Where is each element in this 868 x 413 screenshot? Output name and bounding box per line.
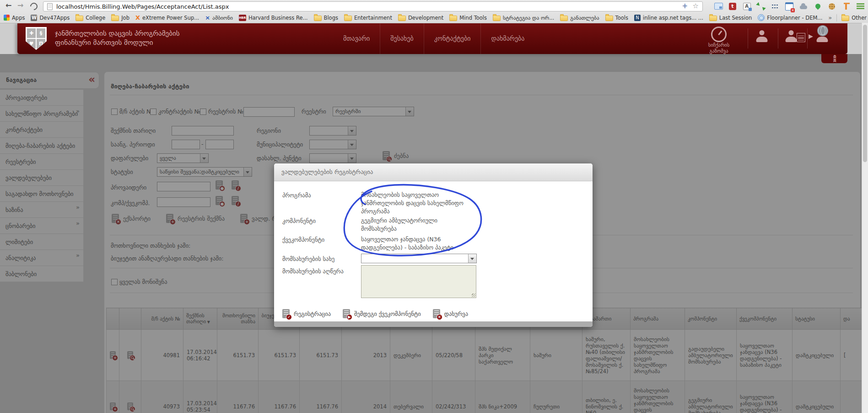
bookmark-item[interactable]: Development bbox=[398, 15, 443, 21]
component-label: კომპონენტი bbox=[282, 217, 316, 224]
bookmark-item[interactable]: WDev47Apps bbox=[31, 15, 70, 21]
dots-grid-icon bbox=[771, 4, 779, 9]
bookmark-item[interactable]: Floorplanner - DEM... bbox=[758, 14, 822, 21]
dialog-buttons: ✓რეგისტრაცია▶შემდეგი ქვეკომპონენტი×დახურ… bbox=[282, 309, 468, 318]
folder-icon bbox=[841, 16, 849, 21]
bookmark-item[interactable]: Tools bbox=[605, 15, 628, 21]
window-icon[interactable] bbox=[713, 2, 723, 11]
cloud-icon[interactable] bbox=[798, 2, 809, 11]
user-list-icon[interactable] bbox=[784, 30, 798, 42]
page-icon bbox=[47, 3, 53, 10]
bookmark-item[interactable]: განათლება bbox=[560, 15, 599, 21]
cross-icon: ✚ bbox=[27, 28, 36, 38]
dialog-button[interactable]: ✓რეგისტრაცია bbox=[282, 309, 331, 318]
folder-icon bbox=[314, 16, 322, 21]
dialog-title: ვალდებულებების რეგისტრაცია bbox=[281, 168, 373, 175]
folder-icon bbox=[605, 16, 613, 21]
bookmark-item[interactable]: Ninline asp.net tags... ... bbox=[634, 15, 703, 21]
bookmark-star-icon[interactable]: ☆ bbox=[693, 2, 699, 10]
program-label: პროგრამა bbox=[282, 192, 311, 199]
app-logo: ✚ § ♥ Π bbox=[26, 27, 47, 50]
user-icon[interactable] bbox=[755, 30, 769, 42]
browser-toolbar: ← → localhost/Hmis.Billing.Web/Pages/Acc… bbox=[0, 0, 868, 12]
page-scrollbar[interactable] bbox=[862, 23, 868, 413]
bookmark-item[interactable]: ×ამბიონი bbox=[205, 14, 233, 21]
bookmark-item[interactable]: College bbox=[75, 15, 105, 21]
web-page: ✚ § ♥ Π ჯანმრთელობის დაცვის პროგრამების … bbox=[0, 23, 868, 413]
globe-favicon-icon bbox=[758, 14, 765, 21]
bookmark-item[interactable]: Entertainment bbox=[344, 15, 392, 21]
bookmark-label: College bbox=[86, 15, 105, 21]
bookmark-item[interactable]: XeXtreme Power Sup... bbox=[135, 14, 199, 21]
dots-grid-icon[interactable] bbox=[770, 2, 780, 11]
bookmark-item[interactable]: Mind Tools bbox=[449, 15, 487, 21]
dialog-button[interactable]: ▶შემდეგი ქვეკომპონენტი bbox=[343, 309, 421, 318]
dialog-titlebar[interactable]: ვალდებულებების რეგისტრაცია bbox=[274, 163, 593, 181]
bookmark-label: ამბიონი bbox=[212, 15, 233, 21]
cookie-icon[interactable] bbox=[827, 2, 837, 11]
move-icon[interactable]: + bbox=[682, 2, 688, 10]
calendar-icon[interactable] bbox=[784, 2, 794, 11]
bookmark-label: Last Session bbox=[719, 15, 752, 21]
resize-arrows-icon[interactable] bbox=[756, 2, 766, 11]
menu-icon[interactable] bbox=[855, 2, 865, 11]
folder-icon bbox=[560, 16, 568, 21]
program-value: მოსახლეობის საყოველთაო ჯანმრთელობის დაცვ… bbox=[361, 191, 471, 216]
dialog-button-label: რეგისტრაცია bbox=[294, 310, 331, 317]
bookmarks-overflow-chevron[interactable]: » bbox=[828, 14, 832, 21]
dialog-button[interactable]: ×დახურვა bbox=[433, 309, 468, 318]
nav-item[interactable]: მთავარი bbox=[333, 23, 380, 54]
folder-icon bbox=[493, 16, 501, 21]
chevron-up-icon: » bbox=[832, 58, 836, 63]
browser-chrome: ← → localhost/Hmis.Billing.Web/Pages/Acc… bbox=[0, 0, 868, 23]
nav-item[interactable]: შესახებ bbox=[380, 23, 423, 54]
tampermonkey-icon[interactable]: t bbox=[728, 2, 738, 11]
back-button[interactable]: ← bbox=[5, 1, 11, 10]
component-value: გეგმიური ამბულატორიული მომსახურება bbox=[361, 217, 471, 233]
resize-arrows-icon bbox=[757, 3, 765, 10]
folder-icon bbox=[344, 16, 352, 21]
url-bar[interactable]: localhost/Hmis.Billing.Web/Pages/Accepta… bbox=[43, 1, 703, 11]
folder-icon bbox=[449, 16, 457, 21]
bookmark-item[interactable]: Apps bbox=[4, 15, 25, 21]
speedometer-icon[interactable] bbox=[711, 27, 727, 42]
scrollbar-thumb[interactable] bbox=[863, 25, 867, 162]
header-collapse-flap[interactable]: » » bbox=[821, 54, 847, 63]
translate-icon[interactable]: A bbox=[742, 2, 752, 11]
bookmark-label: Mind Tools bbox=[459, 15, 487, 21]
badge-icon: ✓ bbox=[286, 314, 292, 320]
n-favicon-icon: N bbox=[634, 15, 641, 21]
other-bookmarks-button[interactable]: Other bookmarks bbox=[841, 15, 868, 21]
globe-icon[interactable] bbox=[817, 25, 828, 36]
bookmark-label: Harvard Business Re... bbox=[248, 15, 308, 21]
bookmark-label: განათლება bbox=[570, 15, 599, 21]
crane-icon bbox=[845, 3, 847, 10]
badge-icon: × bbox=[437, 314, 442, 320]
bookmark-item[interactable]: Last Session bbox=[709, 15, 752, 21]
service-desc-textarea[interactable] bbox=[361, 265, 476, 298]
bookmark-label: Blogs bbox=[324, 15, 338, 21]
hbr-favicon-icon: HBR bbox=[239, 15, 246, 21]
column-icon: Π bbox=[37, 39, 45, 49]
folder-icon bbox=[111, 16, 119, 21]
nav-item[interactable]: დახმარება bbox=[480, 23, 534, 54]
bookmark-item[interactable]: Blogs bbox=[314, 15, 338, 21]
service-type-select[interactable] bbox=[361, 254, 477, 263]
badge-icon: ▶ bbox=[346, 314, 352, 320]
bookmark-item[interactable]: HBRHarvard Business Re... bbox=[239, 15, 308, 21]
reload-button[interactable] bbox=[29, 1, 39, 12]
crane-icon[interactable] bbox=[841, 2, 851, 11]
nav-item[interactable]: კონტაქტები bbox=[424, 23, 481, 54]
forward-button[interactable]: → bbox=[17, 1, 23, 10]
bookmark-label: Tools bbox=[615, 15, 628, 21]
bookmark-label: eXtreme Power Sup... bbox=[142, 15, 199, 21]
bookmarks-divider bbox=[836, 14, 837, 22]
calendar-icon bbox=[785, 2, 793, 11]
speed-test-label[interactable]: სიჩქარის გაზომვა bbox=[698, 42, 739, 54]
bookmark-label: Entertainment bbox=[354, 15, 392, 21]
bookmark-item[interactable]: Job bbox=[111, 15, 129, 21]
url-text: localhost/Hmis.Billing.Web/Pages/Accepta… bbox=[56, 3, 229, 10]
bookmark-item[interactable]: სტრატეგია და ორ... bbox=[493, 15, 554, 21]
map-pin-icon[interactable] bbox=[813, 2, 823, 11]
document-icon: × bbox=[433, 309, 440, 318]
